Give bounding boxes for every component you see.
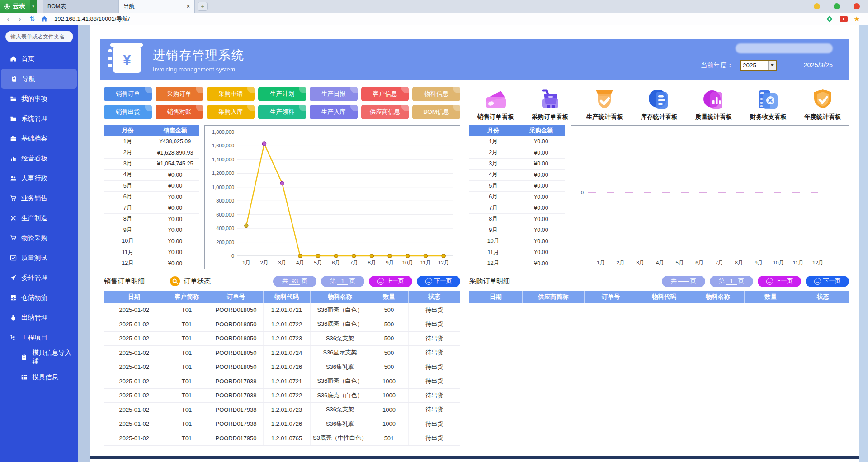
sidebar-item-label: 仓储物流 xyxy=(21,293,47,302)
brand-dropdown-icon[interactable]: ▾ xyxy=(30,0,37,13)
quick-button-生产领料[interactable]: 生产领料 xyxy=(258,105,306,119)
bookmark-star-icon[interactable]: ★ xyxy=(854,15,860,23)
forward-icon[interactable]: › xyxy=(16,15,24,23)
tab-nav[interactable]: 导航 × xyxy=(119,0,195,13)
purchase-prev-page-button[interactable]: ←上一页 xyxy=(758,276,801,287)
quick-button-生产计划[interactable]: 生产计划 xyxy=(258,87,306,101)
quick-button-客户信息[interactable]: 客户信息 xyxy=(361,87,409,101)
sidebar-item-label: 质量测试 xyxy=(21,254,47,262)
sidebar-item-导航[interactable]: 导航 xyxy=(1,69,77,89)
dashboard-采购订单看板[interactable]: 采购订单看板 xyxy=(524,87,577,121)
sidebar-item-出纳管理[interactable]: 出纳管理 xyxy=(0,307,78,327)
sidebar-item-物资采购[interactable]: 物资采购 xyxy=(0,228,78,248)
table-row: 4月¥0.00 xyxy=(104,170,199,181)
column-header: 物料名称 xyxy=(310,291,370,303)
sidebar-item-label: 业务销售 xyxy=(21,194,47,203)
year-select[interactable]: 2025 ▼ xyxy=(740,60,777,71)
new-tab-button[interactable]: ＋ xyxy=(198,2,208,11)
table-cell: S36显示支架 xyxy=(310,346,370,360)
window-controls xyxy=(814,3,860,9)
window-maximize-button[interactable] xyxy=(834,3,840,9)
quick-button-生产入库[interactable]: 生产入库 xyxy=(310,105,358,119)
svg-text:3月: 3月 xyxy=(636,260,644,265)
sidebar-item-我的事项[interactable]: 我的事项 xyxy=(0,89,78,108)
home-icon[interactable] xyxy=(41,15,48,22)
table-cell: 500 xyxy=(370,360,408,374)
window-close-button[interactable] xyxy=(854,3,860,9)
sidebar-item-label: 我的事项 xyxy=(21,94,47,103)
quick-button-采购订单[interactable]: 采购订单 xyxy=(156,87,203,101)
dashboard-label: 销售订单看板 xyxy=(477,113,514,121)
folder-icon xyxy=(10,115,17,122)
table-row: 2025-01-02T01POORD0179381.2.01.0721S36面壳… xyxy=(104,374,460,389)
quick-button-采购申请[interactable]: 采购申请 xyxy=(207,87,255,101)
url-text[interactable]: 192.168.1.41:88/10001/导航/ xyxy=(54,15,821,23)
sales-line-chart: 0200,000400,000600,000800,0001,000,0001,… xyxy=(204,125,460,269)
purchase-next-page-button[interactable]: →下一页 xyxy=(806,276,849,287)
svg-text:600,000: 600,000 xyxy=(216,212,234,217)
dashboard-库存统计看板[interactable]: 库存统计看板 xyxy=(633,87,686,121)
order-status-search-icon[interactable] xyxy=(170,276,180,286)
extension-diamond-icon[interactable] xyxy=(826,15,833,23)
sidebar-item-经营看板[interactable]: 经营看板 xyxy=(0,148,78,168)
quick-button-供应商信息[interactable]: 供应商信息 xyxy=(361,105,409,119)
quick-button-物料信息[interactable]: 物料信息 xyxy=(412,87,460,101)
table-cell: 2025-01-02 xyxy=(104,317,165,332)
sidebar-item-label: 基础档案 xyxy=(21,134,47,143)
dashboard-shortcuts: 销售订单看板采购订单看板生产统计看板库存统计看板质量统计看板财务收支看板年度统计… xyxy=(469,87,849,121)
dashboard-label: 采购订单看板 xyxy=(532,113,568,121)
sidebar-item-委外管理[interactable]: 委外管理 xyxy=(0,268,78,288)
tab-bom[interactable]: BOM表 xyxy=(43,0,119,13)
quick-button-BOM信息[interactable]: BOM信息 xyxy=(412,105,460,119)
sidebar-item-工程项目[interactable]: 工程项目 xyxy=(0,327,78,347)
quick-button-采购入库[interactable]: 采购入库 xyxy=(207,105,255,119)
sidebar-item-业务销售[interactable]: 业务销售 xyxy=(0,188,78,208)
browser-brand[interactable]: 云表 xyxy=(0,0,30,13)
dashboard-生产统计看板[interactable]: 生产统计看板 xyxy=(578,87,631,121)
video-icon[interactable] xyxy=(840,16,848,22)
table-row: 6月¥0.00 xyxy=(104,192,199,203)
quick-button-销售对账[interactable]: 销售对账 xyxy=(156,105,203,119)
tab-close-icon[interactable]: × xyxy=(187,3,190,9)
sales-prev-page-button[interactable]: ←上一页 xyxy=(369,276,412,287)
quick-button-生产日报[interactable]: 生产日报 xyxy=(310,87,358,101)
sales-next-page-button[interactable]: →下一页 xyxy=(417,276,460,287)
sidebar-item-模具信息导入辅[interactable]: 模具信息导入辅 xyxy=(0,347,78,367)
table-cell: T01 xyxy=(165,360,209,374)
table-cell: 10月 xyxy=(104,236,151,247)
wallet-kanban-icon xyxy=(482,87,509,112)
arrow-right-icon: → xyxy=(425,278,432,285)
table-row: 5月¥0.00 xyxy=(469,180,565,192)
page-scrollbar[interactable] xyxy=(859,25,868,462)
sidebar-item-首页[interactable]: 首页 xyxy=(0,49,78,69)
table-cell: 8月 xyxy=(469,214,517,225)
doc-lines-kanban-icon xyxy=(646,87,672,112)
refresh-icon[interactable]: ⇅ xyxy=(28,15,36,23)
table-cell: 1月 xyxy=(104,136,151,147)
sidebar-item-基础档案[interactable]: 基础档案 xyxy=(0,128,78,148)
sidebar-item-生产制造[interactable]: 生产制造 xyxy=(0,208,78,228)
sidebar-item-人事行政[interactable]: 人事行政 xyxy=(0,168,78,188)
dashboard-年度统计看板[interactable]: 年度统计看板 xyxy=(796,87,849,121)
table-cell: 1月 xyxy=(469,136,517,147)
table-cell: ¥0.00 xyxy=(517,247,565,258)
table-cell: 500 xyxy=(370,331,408,346)
dashboard-质量统计看板[interactable]: 质量统计看板 xyxy=(687,87,740,121)
dashboard-财务收支看板[interactable]: 财务收支看板 xyxy=(742,87,795,121)
sidebar-item-label: 生产制造 xyxy=(21,214,47,222)
sidebar-scrollbar[interactable] xyxy=(78,25,90,462)
back-icon[interactable]: ‹ xyxy=(5,15,12,23)
table-cell: 2025-01-02 xyxy=(104,374,165,389)
svg-text:9月: 9月 xyxy=(755,260,763,265)
sidebar-item-仓储物流[interactable]: 仓储物流 xyxy=(0,288,78,307)
dashboard-销售订单看板[interactable]: 销售订单看板 xyxy=(469,87,522,121)
sidebar-search-input[interactable]: 输入表单或者文件夹名 xyxy=(5,31,73,42)
year-label: 当前年度： xyxy=(701,61,734,70)
window-minimize-button[interactable] xyxy=(814,3,820,9)
table-cell: 1000 xyxy=(370,374,408,389)
sidebar-item-质量测试[interactable]: 质量测试 xyxy=(0,248,78,268)
quick-button-销售出货[interactable]: 销售出货 xyxy=(104,105,152,119)
sidebar-item-系统管理[interactable]: 系统管理 xyxy=(0,108,78,128)
sidebar-item-模具信息[interactable]: 模具信息 xyxy=(0,367,78,387)
quick-button-销售订单[interactable]: 销售订单 xyxy=(104,87,152,101)
